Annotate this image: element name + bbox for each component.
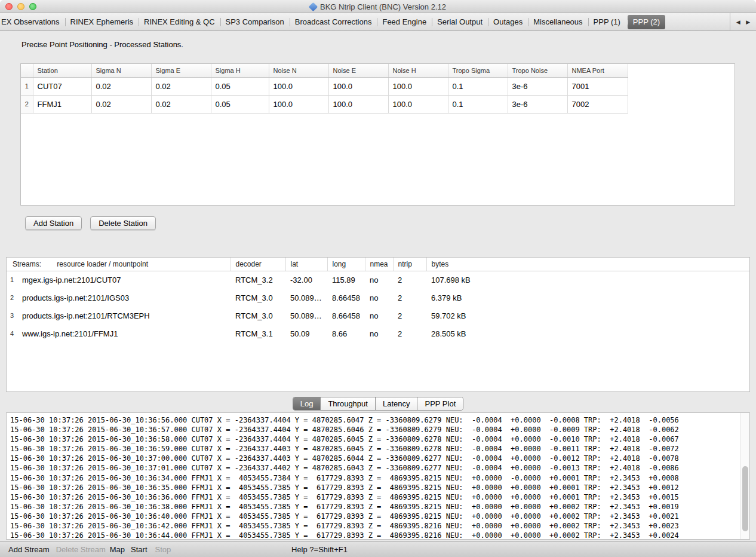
stream-row-4[interactable]: 4www.igs-ip.net:2101/FFMJ1RTCM_3.150.098… [7,325,749,342]
stream-cell-ntrip: 2 [393,307,426,325]
stream-cell-resource-loader-mountpoint: mgex.igs-ip.net:2101/CUT07 [17,271,231,289]
tab-serial-output[interactable]: Serial Output [432,13,488,31]
status-delete-stream: Delete Stream [56,545,106,554]
cell-noise-n[interactable]: 100.0 [269,95,328,113]
row-number: 4 [7,325,17,342]
cell-sigma-n[interactable]: 0.02 [91,95,151,113]
cell-station[interactable]: FFMJ1 [33,95,91,113]
col-long: long [327,258,365,271]
cell-sigma-n[interactable]: 0.02 [91,77,151,95]
cell-sigma-h[interactable]: 0.05 [211,77,269,95]
stream-cell-long: 8.66458 [327,289,365,307]
col-lat: lat [285,258,327,271]
delete-station-button[interactable]: Delete Station [90,216,156,230]
stream-row-2[interactable]: 2products.igs-ip.net:2101/IGS03RTCM_3.05… [7,289,749,307]
stream-cell-nmea: no [365,271,393,289]
stream-cell-lat: -32.00 [285,271,327,289]
status-start[interactable]: Start [131,545,147,554]
stream-cell-lat: 50.089… [285,307,327,325]
cell-sigma-h[interactable]: 0.05 [211,95,269,113]
cell-tropo-sigma[interactable]: 0.1 [448,77,508,95]
view-tab-latency[interactable]: Latency [375,397,417,410]
cell-station[interactable]: CUT07 [33,77,91,95]
tab-ppp-2[interactable]: PPP (2) [628,15,665,29]
traffic-lights [5,3,36,10]
view-tab-throughput[interactable]: Throughput [320,397,375,410]
col-bytes: bytes [426,258,749,271]
window-title: BKG Ntrip Client (BNC) Version 2.12 [320,2,446,11]
stream-cell-resource-loader-mountpoint: products.igs-ip.net:2101/RTCM3EPH [17,307,231,325]
cell-nmea-port[interactable]: 7001 [567,77,628,95]
tab-sp3-comparison[interactable]: SP3 Comparison [220,13,290,31]
col-noise-n: Noise N [269,64,328,77]
col-nmea-port: NMEA Port [567,64,628,77]
minimize-button[interactable] [17,3,24,10]
stream-cell-bytes: 6.379 kB [426,289,749,307]
col-sigma-e: Sigma E [151,64,211,77]
stations-row-ffmj1[interactable]: 2FFMJ10.020.020.05100.0100.0100.00.13e-6… [21,95,628,113]
stream-cell-long: 8.66458 [327,307,365,325]
stream-row-1[interactable]: 1mgex.igs-ip.net:2101/CUT07RTCM_3.2-32.0… [7,271,749,289]
titlebar: BKG Ntrip Client (BNC) Version 2.12 [0,0,756,13]
tab-strip: EX ObservationsRINEX EphemerisRINEX Edit… [0,13,730,31]
ppp-description: Precise Point Positioning - Processed St… [21,40,183,49]
cell-noise-h[interactable]: 100.0 [388,95,448,113]
col-tropo-sigma: Tropo Sigma [448,64,508,77]
tab-ex-observations[interactable]: EX Observations [0,13,65,31]
stream-cell-bytes: 28.505 kB [426,325,749,342]
row-number: 1 [7,271,17,289]
stream-cell-long: 115.89 [327,271,365,289]
tab-scroll-right-button[interactable]: ▶ [746,19,750,25]
cell-tropo-noise[interactable]: 3e-6 [508,95,567,113]
col-sigma-h: Sigma H [211,64,269,77]
stations-row-cut07[interactable]: 1CUT070.020.020.05100.0100.0100.00.13e-6… [21,77,628,95]
stream-cell-long: 8.66 [327,325,365,342]
view-tab-log[interactable]: Log [293,397,321,410]
bnc-window: BKG Ntrip Client (BNC) Version 2.12 EX O… [0,0,756,557]
cell-tropo-noise[interactable]: 3e-6 [508,77,567,95]
cell-sigma-e[interactable]: 0.02 [151,95,211,113]
tab-scroll-arrows: ◀ ▶ [730,13,756,31]
view-tab-wrap: LogThroughputLatencyPPP Plot [0,397,756,411]
stream-cell-resource-loader-mountpoint: products.igs-ip.net:2101/IGS03 [17,289,231,307]
add-station-button[interactable]: Add Station [25,216,82,230]
stream-row-3[interactable]: 3products.igs-ip.net:2101/RTCM3EPHRTCM_3… [7,307,749,325]
row-number: 1 [21,77,33,95]
stations-table: Station Sigma N Sigma E Sigma H Noise N … [21,64,628,114]
streams-mountpoint-header: Streams: resource loader / mountpoint [7,258,231,271]
cell-nmea-port[interactable]: 7002 [567,95,628,113]
tab-ppp-1[interactable]: PPP (1) [588,13,626,31]
cell-tropo-sigma[interactable]: 0.1 [448,95,508,113]
stream-cell-decoder: RTCM_3.1 [231,325,285,342]
close-button[interactable] [5,3,13,10]
stations-table-container: Station Sigma N Sigma E Sigma H Noise N … [20,63,735,206]
status-stop: Stop [155,545,171,554]
tab-scroll-left-button[interactable]: ◀ [736,19,740,25]
tab-rinex-ephemeris[interactable]: RINEX Ephemeris [65,13,139,31]
stream-cell-ntrip: 2 [393,271,426,289]
col-sigma-n: Sigma N [91,64,151,77]
zoom-button[interactable] [29,3,36,10]
view-tab-bar: LogThroughputLatencyPPP Plot [293,397,464,411]
cell-noise-h[interactable]: 100.0 [388,77,448,95]
status-add-stream[interactable]: Add Stream [8,545,50,554]
streams-table-container: Streams: resource loader / mountpoint de… [6,257,750,392]
view-tab-ppp-plot[interactable]: PPP Plot [417,397,463,410]
status-map[interactable]: Map [110,545,125,554]
tab-rinex-editing-qc[interactable]: RINEX Editing & QC [139,13,220,31]
tab-miscellaneous[interactable]: Miscellaneous [528,13,588,31]
app-icon [309,2,318,11]
log-scrollbar[interactable] [740,413,749,539]
tab-outages[interactable]: Outages [488,13,528,31]
cell-noise-n[interactable]: 100.0 [269,77,328,95]
log-scrollbar-thumb[interactable] [742,466,748,532]
streams-table: Streams: resource loader / mountpoint de… [7,258,749,342]
tab-broadcast-corrections[interactable]: Broadcast Corrections [290,13,377,31]
cell-noise-e[interactable]: 100.0 [328,95,388,113]
tab-feed-engine[interactable]: Feed Engine [377,13,432,31]
stations-header-row: Station Sigma N Sigma E Sigma H Noise N … [21,64,628,77]
cell-sigma-e[interactable]: 0.02 [151,77,211,95]
streams-header-row: Streams: resource loader / mountpoint de… [7,258,749,271]
cell-noise-e[interactable]: 100.0 [328,77,388,95]
col-station: Station [33,64,91,77]
